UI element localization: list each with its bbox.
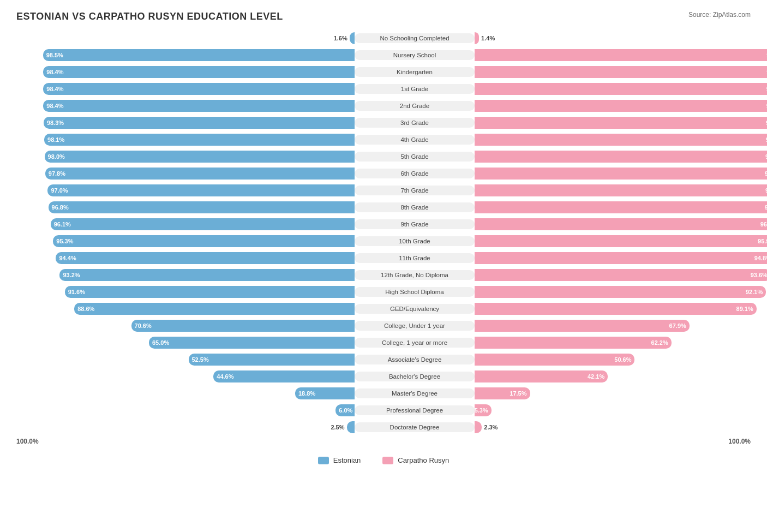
right-section: 94.8% bbox=[475, 252, 767, 264]
bar-row: 1.6% No Schooling Completed 1.4% bbox=[16, 31, 751, 46]
bar-right: 17.5% bbox=[475, 387, 530, 399]
bar-right bbox=[475, 32, 479, 44]
bar-value-left: 52.5% bbox=[192, 356, 209, 363]
bar-value-left: 96.1% bbox=[54, 221, 71, 228]
bar-label: 1st Grade bbox=[355, 84, 475, 94]
left-section: 94.4% bbox=[16, 252, 355, 264]
bar-left bbox=[347, 421, 355, 433]
bar-label: High School Diploma bbox=[355, 287, 475, 297]
bar-label: 11th Grade bbox=[355, 253, 475, 263]
bar-value-right: 98.1% bbox=[765, 170, 767, 177]
right-section: 98.5% bbox=[475, 117, 767, 129]
bar-right: 98.3% bbox=[475, 184, 767, 196]
left-section: 98.0% bbox=[16, 151, 355, 163]
left-section: 18.8% bbox=[16, 387, 355, 399]
bar-row: 94.4% 11th Grade 94.8% bbox=[16, 250, 751, 266]
right-section: 98.6% bbox=[475, 83, 767, 95]
bar-row: 70.6% College, Under 1 year 67.9% bbox=[16, 318, 751, 333]
bar-left: 93.2% bbox=[59, 269, 355, 281]
bar-value-left: 98.0% bbox=[48, 153, 65, 160]
right-section: 98.3% bbox=[475, 151, 767, 163]
bar-row: 98.4% 2nd Grade 98.6% bbox=[16, 98, 751, 113]
bar-right: 50.6% bbox=[475, 354, 634, 366]
bar-label: 4th Grade bbox=[355, 135, 475, 145]
bar-value-right: 62.2% bbox=[651, 339, 668, 346]
bar-label: No Schooling Completed bbox=[355, 33, 475, 43]
carpatho-rusyn-legend-box bbox=[382, 457, 393, 464]
bar-label: Nursery School bbox=[355, 50, 475, 60]
right-section: 62.2% bbox=[475, 337, 767, 349]
bar-right: 98.3% bbox=[475, 151, 767, 163]
bar-right: 98.7% bbox=[475, 49, 767, 61]
bar-value-right: 50.6% bbox=[614, 356, 631, 363]
bar-label: 12th Grade, No Diploma bbox=[355, 270, 475, 280]
bar-value-right: 89.1% bbox=[736, 306, 753, 312]
bar-right: 62.2% bbox=[475, 337, 672, 349]
bar-value-left: 95.3% bbox=[56, 238, 73, 244]
bar-row: 52.5% Associate's Degree 50.6% bbox=[16, 352, 751, 367]
bar-right: 89.1% bbox=[475, 303, 757, 315]
bar-value-right: 92.1% bbox=[746, 289, 763, 295]
chart-title: ESTONIAN VS CARPATHO RUSYN EDUCATION LEV… bbox=[16, 11, 751, 22]
bar-label: Master's Degree bbox=[355, 388, 475, 398]
bar-row: 98.5% Nursery School 98.7% bbox=[16, 47, 751, 63]
bar-row: 2.5% Doctorate Degree 2.3% bbox=[16, 420, 751, 435]
right-section: 98.4% bbox=[475, 134, 767, 146]
bar-left: 97.8% bbox=[45, 168, 355, 180]
bar-value-left: 98.1% bbox=[47, 136, 64, 143]
bar-left: 65.0% bbox=[149, 337, 355, 349]
right-section: 98.6% bbox=[475, 100, 767, 112]
bar-value-left: 2.5% bbox=[331, 424, 344, 431]
right-section: 42.1% bbox=[475, 370, 767, 382]
left-section: 96.1% bbox=[16, 218, 355, 230]
bar-value-left: 98.4% bbox=[46, 69, 63, 75]
bar-value-right: 96.7% bbox=[760, 221, 767, 228]
bar-right bbox=[475, 421, 482, 433]
axis-label-left: 100.0% bbox=[16, 438, 39, 445]
bar-value-right: 93.6% bbox=[751, 272, 767, 278]
right-section: 67.9% bbox=[475, 320, 767, 332]
left-section: 98.4% bbox=[16, 83, 355, 95]
bar-row: 98.3% 3rd Grade 98.5% bbox=[16, 115, 751, 130]
bar-value-right: 2.3% bbox=[484, 424, 498, 431]
bar-label: College, 1 year or more bbox=[355, 338, 475, 348]
bar-left: 97.0% bbox=[47, 184, 355, 196]
left-section: 96.8% bbox=[16, 201, 355, 213]
bar-right: 67.9% bbox=[475, 320, 690, 332]
axis-right: 100.0% bbox=[439, 438, 751, 445]
bar-value-left: 98.3% bbox=[47, 119, 64, 126]
bar-value-right: 95.9% bbox=[758, 238, 767, 244]
right-section: 93.6% bbox=[475, 269, 767, 281]
bar-row: 65.0% College, 1 year or more 62.2% bbox=[16, 335, 751, 350]
bar-value-left: 98.5% bbox=[46, 52, 63, 58]
left-section: 2.5% bbox=[16, 421, 355, 433]
source-text: Source: ZipAtlas.com bbox=[688, 11, 751, 19]
bar-value-left: 98.4% bbox=[46, 86, 63, 92]
right-section: 98.7% bbox=[475, 66, 767, 78]
bar-right: 98.7% bbox=[475, 66, 767, 78]
left-section: 98.1% bbox=[16, 134, 355, 146]
bar-value-left: 98.4% bbox=[46, 103, 63, 109]
bar-label: 6th Grade bbox=[355, 169, 475, 178]
bar-value-right: 67.9% bbox=[669, 322, 686, 329]
bar-label: 5th Grade bbox=[355, 152, 475, 162]
bar-left: 94.4% bbox=[56, 252, 355, 264]
right-section: 96.7% bbox=[475, 218, 767, 230]
bar-label: College, Under 1 year bbox=[355, 321, 475, 331]
left-section: 98.4% bbox=[16, 66, 355, 78]
bar-value-left: 97.8% bbox=[49, 170, 65, 177]
bar-left: 96.8% bbox=[49, 201, 355, 213]
bar-right: 92.1% bbox=[475, 286, 766, 298]
bar-label: Kindergarten bbox=[355, 67, 475, 77]
right-section: 89.1% bbox=[475, 303, 767, 315]
bar-left: 98.4% bbox=[43, 66, 355, 78]
bar-value-left: 96.8% bbox=[52, 204, 69, 211]
bar-left: 88.6% bbox=[74, 303, 355, 315]
left-section: 95.3% bbox=[16, 235, 355, 247]
bar-right: 96.7% bbox=[475, 218, 767, 230]
bar-value-left: 18.8% bbox=[298, 390, 315, 397]
bar-row: 98.4% Kindergarten 98.7% bbox=[16, 64, 751, 80]
right-section: 95.9% bbox=[475, 235, 767, 247]
bar-right: 98.6% bbox=[475, 100, 767, 112]
bar-value-left: 6.0% bbox=[339, 407, 352, 414]
